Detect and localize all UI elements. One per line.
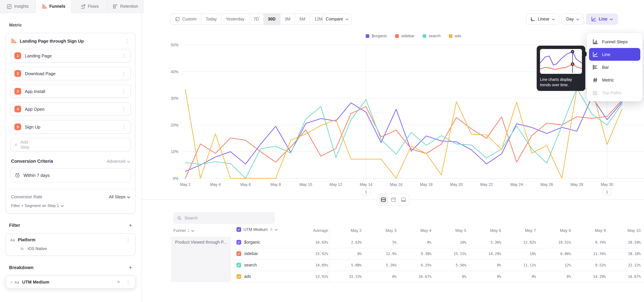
step-number-badge: 1 (14, 52, 21, 59)
linear-axis-icon (530, 16, 536, 22)
search-input[interactable] (184, 216, 271, 220)
funnel-step-row[interactable]: 3App Install⋮ (10, 84, 131, 98)
chart-type-menu: Funnel Steps Line Bar Metric Top Paths (587, 33, 643, 101)
add-breakdown-button[interactable]: + (129, 265, 132, 270)
range-today[interactable]: Today (201, 14, 222, 24)
compare-button[interactable]: Compare (323, 14, 352, 25)
metric-card-header[interactable]: Landing Page through Sign Up ⋮ (10, 38, 131, 44)
interval-day-button[interactable]: Day (562, 14, 584, 25)
filter-card[interactable]: Aa Platform ⋮ Is iOS Native (6, 233, 136, 256)
bar-chart-icon (592, 64, 598, 70)
cell-value: 15.15% (431, 252, 466, 256)
menu-item-line[interactable]: Line (589, 48, 640, 61)
legend-item[interactable]: search (422, 34, 440, 38)
y-tick-label: 0% (161, 176, 178, 180)
funnel-metric-icon (11, 38, 16, 44)
y-tick-label: 30% (161, 96, 178, 100)
range-3m[interactable]: 3M (280, 14, 295, 24)
row-checkbox[interactable] (236, 274, 241, 279)
add-filter-button[interactable]: + (129, 222, 132, 228)
chart-only-view-toggle[interactable] (389, 195, 398, 204)
legend-item[interactable]: sidebar (395, 34, 414, 38)
filter-operator[interactable]: Is (20, 246, 24, 251)
series-line-organic (185, 97, 622, 171)
cell-value: 12.82% (501, 240, 536, 244)
conversion-window-button[interactable]: Within 7 days (10, 168, 131, 182)
cell-value: 0% (327, 252, 362, 256)
scale-linear-button[interactable]: Linear (526, 14, 559, 25)
range-6m[interactable]: 6M (295, 14, 310, 24)
table-only-view-toggle[interactable] (399, 195, 408, 204)
tab-flows[interactable]: Flows (72, 0, 108, 13)
row-group-label: Product Viewed through P... (171, 236, 231, 282)
legend-label: sidebar (401, 34, 414, 38)
funnel-column-dropdown[interactable]: Funnel 1 (174, 228, 194, 233)
step-kebab-icon[interactable]: ⋮ (121, 71, 127, 76)
breakdown-kebab-icon[interactable]: ⋮ (125, 280, 131, 284)
funnel-step-row[interactable]: 2Download Page⋮ (10, 67, 131, 80)
funnel-steps-icon (592, 39, 598, 44)
filter-value[interactable]: iOS Native (28, 246, 47, 251)
row-checkbox[interactable] (236, 263, 241, 268)
annotation-badge[interactable]: 1 (602, 188, 612, 196)
line-chart-icon (592, 52, 598, 57)
legend-label: $organic (372, 34, 387, 38)
segment-name: search (244, 263, 257, 268)
query-builder-sidebar: Metric Landing Page through Sign Up ⋮ 1L… (0, 13, 142, 302)
filter-segment-dropdown[interactable]: Filter + Segment on Step 1 (11, 203, 130, 208)
metric-kebab-icon[interactable]: ⋮ (124, 38, 130, 43)
average-column-header: Average (293, 228, 328, 233)
legend-swatch (366, 34, 369, 38)
tab-retention[interactable]: Retention (108, 0, 144, 13)
range-30d[interactable]: 30D (264, 14, 280, 24)
tab-funnels[interactable]: Funnels (36, 0, 72, 13)
step-kebab-icon[interactable]: ⋮ (121, 107, 127, 112)
day-column-header: May 8 (536, 228, 571, 233)
search-icon (177, 216, 182, 220)
chart-legend: $organicsidebarsearchads (183, 34, 644, 38)
split-view-toggle[interactable] (379, 195, 388, 204)
flows-icon (80, 4, 85, 9)
step-kebab-icon[interactable]: ⋮ (121, 89, 127, 94)
menu-item-bar[interactable]: Bar (589, 61, 640, 74)
legend-item[interactable]: $organic (366, 34, 387, 38)
series-line-ads (185, 89, 622, 178)
x-tick-label: May 24 (510, 182, 523, 186)
range-7d[interactable]: 7D (249, 14, 264, 24)
menu-item-metric[interactable]: Metric (589, 74, 640, 86)
filter-section-header: Filter + (9, 222, 132, 228)
cell-value: 11.11% (501, 263, 536, 268)
row-checkbox[interactable] (236, 240, 241, 244)
cell-value: 12% (536, 263, 571, 268)
funnel-step-row[interactable]: 5Sign Up⋮ (10, 120, 131, 134)
chart-type-line-button[interactable]: Line (586, 14, 618, 25)
advanced-dropdown[interactable]: Advanced (107, 159, 130, 164)
conversion-criteria-header: Conversion Criteria Advanced (11, 159, 130, 164)
remove-breakdown-icon[interactable]: ✕ (117, 280, 120, 284)
breakdown-card[interactable]: ≡ Aa UTM Medium ✕ ⋮ (6, 276, 136, 288)
row-checkbox[interactable] (236, 251, 241, 256)
cell-value: 5.56% (431, 263, 466, 268)
row-divider (234, 260, 644, 260)
cell-value: 5.88% (327, 263, 362, 268)
all-steps-dropdown[interactable]: All Steps (109, 194, 130, 199)
range-yesterday[interactable]: Yesterday (222, 14, 249, 24)
range-custom[interactable]: Custom (171, 14, 201, 24)
annotation-badge[interactable]: 1 (362, 188, 370, 196)
funnel-step-row[interactable]: 4App Open⋮ (10, 102, 131, 116)
cell-value: 9.38% (396, 252, 431, 256)
legend-item[interactable]: ads (448, 34, 461, 38)
step-kebab-icon[interactable]: ⋮ (121, 53, 127, 58)
add-step-button[interactable]: + Add Step (10, 138, 131, 151)
conversion-rate-row: Conversion Rate All Steps (11, 194, 130, 199)
tab-insights[interactable]: Insights (0, 0, 36, 13)
select-all-checkbox[interactable] (236, 227, 241, 232)
step-kebab-icon[interactable]: ⋮ (121, 124, 127, 129)
drag-handle-icon[interactable]: ≡ (10, 280, 12, 284)
funnel-step-row[interactable]: 1Landing Page⋮ (10, 49, 131, 62)
filter-kebab-icon[interactable]: ⋮ (125, 238, 131, 242)
breakdown-column-dropdown[interactable]: UTM Medium 4 (236, 227, 278, 232)
menu-item-funnel-steps[interactable]: Funnel Steps (589, 35, 640, 48)
cell-value: 19.51% (536, 240, 571, 244)
cell-value: 8% (396, 240, 431, 244)
